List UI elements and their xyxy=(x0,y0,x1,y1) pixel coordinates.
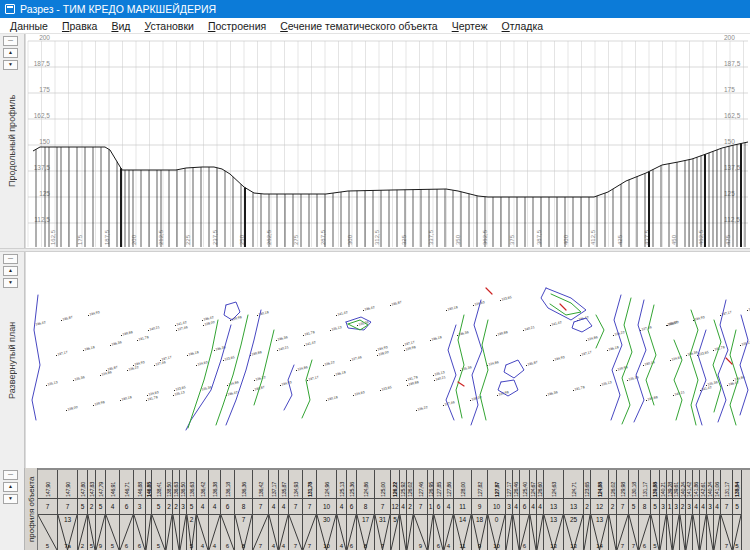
column-elevation-label: 123,65 xyxy=(584,470,590,498)
column-distance-cell xyxy=(407,515,413,550)
svg-text:175: 175 xyxy=(724,86,735,93)
profile-marks-table[interactable]: 147,9075147,907137a147,8052147,8325147,7… xyxy=(38,468,750,550)
table-column-44: 124,63131313 xyxy=(544,470,564,550)
column-distance-cell xyxy=(714,515,720,550)
column-value-cell: 5 xyxy=(629,498,638,515)
svg-text:187,5: 187,5 xyxy=(34,60,51,67)
column-value-cell: 3 xyxy=(673,498,679,515)
svg-text:134,93: 134,93 xyxy=(694,315,705,321)
column-distance-cell: 5 xyxy=(38,515,57,550)
column-value-cell: 2 xyxy=(173,498,179,515)
table-column-6: 146,9145 xyxy=(106,470,120,550)
column-value-cell: 2 xyxy=(88,498,95,515)
column-elevation-label: 146,71 xyxy=(120,470,133,498)
svg-text:200: 200 xyxy=(724,34,735,41)
menu-item-5[interactable]: Построения xyxy=(201,20,273,32)
column-distance-cell: 6 xyxy=(639,515,650,550)
menu-item-7[interactable]: Чертеж xyxy=(445,20,495,32)
column-elevation-label: 147,90 xyxy=(38,470,57,498)
svg-text:125,36: 125,36 xyxy=(707,380,718,386)
column-value-cell: 4 xyxy=(269,498,278,515)
table-column-58: 141,864 xyxy=(693,470,700,550)
svg-text:150: 150 xyxy=(724,138,735,145)
column-elevation-label: 147,83 xyxy=(88,470,95,498)
plan-move-down-button[interactable]: ▼ xyxy=(3,278,18,288)
column-elevation-label: 140,21 xyxy=(660,470,666,498)
column-value-cell: 11 xyxy=(454,498,471,515)
column-distance-cell xyxy=(700,515,706,550)
column-value-cell: 12 xyxy=(591,498,608,515)
column-value-cell: 8 xyxy=(357,498,374,515)
column-value-cell: 7 xyxy=(721,498,732,515)
menu-item-1[interactable]: Данные xyxy=(3,20,55,32)
svg-text:140,21: 140,21 xyxy=(278,345,289,351)
svg-text:137,17: 137,17 xyxy=(581,350,592,356)
table-column-5: 147,7959 xyxy=(96,470,106,550)
column-value-cell: 13 xyxy=(544,498,563,515)
column-distance-cell: 2513 xyxy=(564,515,583,550)
menu-item-2[interactable]: Правка xyxy=(55,20,104,32)
menu-item-3[interactable]: Вид xyxy=(104,20,137,32)
column-value-cell: 3 xyxy=(180,498,186,515)
table-column-8: 146,8836 xyxy=(134,470,146,550)
table-move-down-button[interactable]: ▼ xyxy=(3,494,18,504)
svg-text:136,18: 136,18 xyxy=(188,350,199,356)
profile-chart-area[interactable]: 200200187,5187,5175175162,5162,515015013… xyxy=(25,34,750,248)
column-value-cell: 13 xyxy=(564,498,583,515)
plan-collapse-button[interactable]: — xyxy=(3,254,18,264)
column-value-cell: 5 xyxy=(152,498,165,515)
column-elevation-label: 142,61 xyxy=(700,470,706,498)
svg-text:123,65: 123,65 xyxy=(501,295,512,301)
column-elevation-label: 125,13 xyxy=(337,470,346,498)
column-value-cell: 7 xyxy=(303,498,316,515)
column-value-cell: 4 xyxy=(106,498,119,515)
svg-text:130,18: 130,18 xyxy=(447,305,458,311)
svg-text:175: 175 xyxy=(39,86,50,93)
table-column-19: 136,4277 xyxy=(253,470,269,550)
plan-chart-area[interactable]: 136,42135,87134,93137,17136,18136,36131,… xyxy=(25,252,750,468)
table-panel-label: профиля объекта xyxy=(25,468,37,550)
table-column-22: 134,9377 xyxy=(289,470,303,550)
table-column-10: 138,4155 xyxy=(152,470,166,550)
svg-text:123,65: 123,65 xyxy=(381,385,392,391)
column-elevation-label: 124,67 xyxy=(530,470,536,498)
table-collapse-button[interactable]: — xyxy=(3,470,18,480)
column-value-cell: 1 xyxy=(667,498,672,515)
svg-text:124,86: 124,86 xyxy=(101,370,112,376)
column-elevation-label: 141,42 xyxy=(686,470,692,498)
column-elevation-label: 136,42 xyxy=(253,470,268,498)
column-elevation-label: 140,24 xyxy=(707,470,713,498)
profile-collapse-button[interactable]: — xyxy=(3,36,18,46)
svg-text:126,22: 126,22 xyxy=(255,375,266,381)
menu-item-8[interactable]: Отладка xyxy=(495,20,551,32)
column-distance-cell: 5 xyxy=(106,515,119,550)
svg-text:134,93: 134,93 xyxy=(281,380,292,386)
column-distance-cell xyxy=(667,515,672,550)
column-distance-cell: 1411 xyxy=(454,515,471,550)
column-value-cell: 4 xyxy=(693,498,699,515)
table-move-up-button[interactable]: ▲ xyxy=(3,482,18,492)
svg-text:400: 400 xyxy=(563,234,569,245)
column-value-cell: 2 xyxy=(680,498,685,515)
svg-text:137,5: 137,5 xyxy=(724,164,741,171)
table-column-37: 127,829189 xyxy=(472,470,488,550)
column-value-cell: 8 xyxy=(235,498,252,515)
profile-move-up-button[interactable]: ▲ xyxy=(3,48,18,58)
svg-text:325: 325 xyxy=(401,234,407,245)
profile-move-down-button[interactable]: ▼ xyxy=(3,60,18,70)
menu-item-6[interactable]: Сечение тематического объекта xyxy=(273,20,444,32)
menu-item-4[interactable]: Установки xyxy=(137,20,200,32)
column-distance-cell xyxy=(584,515,590,550)
column-elevation-label: 126,60 xyxy=(537,470,543,498)
svg-text:187,5: 187,5 xyxy=(724,60,741,67)
svg-text:127,46: 127,46 xyxy=(351,355,362,361)
svg-text:136,18: 136,18 xyxy=(608,345,619,351)
plan-move-up-button[interactable]: ▲ xyxy=(3,266,18,276)
column-distance-cell: 5 xyxy=(88,515,95,550)
column-distance-cell: 4 xyxy=(279,515,288,550)
svg-text:350: 350 xyxy=(455,234,461,245)
column-elevation-label: 127,17 xyxy=(506,470,512,498)
table-column-14: 136,63525 xyxy=(187,470,197,550)
table-column-23: 131,7877 xyxy=(303,470,317,550)
column-value-cell: 7 xyxy=(414,498,427,515)
